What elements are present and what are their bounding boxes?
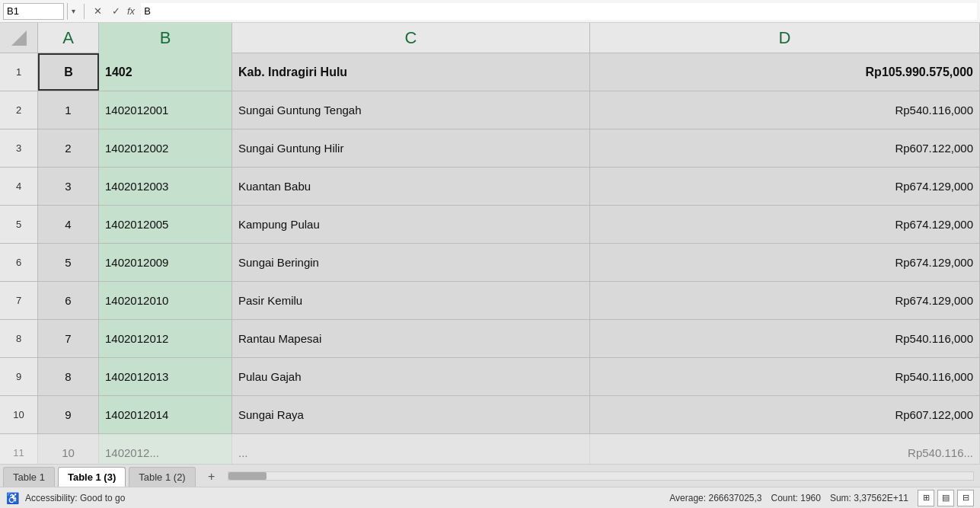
table-row: 6 5 1402012009 Sungai Beringin Rp674.129… <box>0 244 980 282</box>
column-headers: A B C D <box>0 23 980 53</box>
cell-b[interactable]: 1402012012 <box>99 320 232 357</box>
cell-a[interactable]: 1 <box>38 91 99 129</box>
table-row: 1 B 1402 Kab. Indragiri Hulu Rp105.990.5… <box>0 53 980 91</box>
spreadsheet: A B C D 1 B 1402 Kab. Indragiri Hulu <box>0 23 980 464</box>
cell-b[interactable]: 1402012001 <box>99 91 232 129</box>
col-header-a[interactable]: A <box>38 23 99 53</box>
table-row: 5 4 1402012005 Kampung Pulau Rp674.129,0… <box>0 206 980 244</box>
table-row: 3 2 1402012002 Sungai Guntung Hilir Rp60… <box>0 129 980 168</box>
sheet-tab-1[interactable]: Table 1 <box>3 467 55 487</box>
cell-a1[interactable]: B <box>38 53 99 91</box>
cell-b[interactable]: 1402012013 <box>99 358 232 395</box>
cell-d[interactable]: Rp540.116... <box>590 434 980 464</box>
cell-a[interactable]: 8 <box>38 358 99 395</box>
cell-c[interactable]: Sungai Raya <box>232 396 590 433</box>
cell-d[interactable]: Rp607.122,000 <box>590 129 980 167</box>
name-box[interactable]: B1 <box>3 3 64 20</box>
cell-a[interactable]: 9 <box>38 396 99 433</box>
cell-d[interactable]: Rp540.116,000 <box>590 358 980 395</box>
cell-c[interactable]: Kuantan Babu <box>232 168 590 205</box>
cell-a[interactable]: 7 <box>38 320 99 357</box>
status-bar: ♿ Accessibility: Good to go Average: 266… <box>0 487 980 508</box>
row-number: 11 <box>0 434 38 464</box>
cancel-icon[interactable]: ✕ <box>89 3 106 20</box>
table-row: 11 10 1402012... ... Rp540.116... <box>0 434 980 464</box>
cell-c[interactable]: Sungai Guntung Hilir <box>232 129 590 167</box>
row-number: 3 <box>0 129 38 167</box>
name-box-value: B1 <box>7 5 19 17</box>
cell-d[interactable]: Rp674.129,000 <box>590 282 980 319</box>
formula-icons: ✕ ✓ <box>89 3 124 20</box>
sheet-tab-3[interactable]: Table 1 (2) <box>129 467 195 487</box>
cell-b[interactable]: 1402012003 <box>99 168 232 205</box>
scrollbar-thumb <box>228 472 267 480</box>
cell-b1[interactable]: 1402 <box>99 53 232 91</box>
cell-a[interactable]: 2 <box>38 129 99 167</box>
cell-a[interactable]: 6 <box>38 282 99 319</box>
cell-a[interactable]: 10 <box>38 434 99 464</box>
page-break-view-button[interactable]: ⊟ <box>957 490 974 506</box>
stats-info: Average: 266637025,3 Count: 1960 Sum: 3,… <box>669 493 908 503</box>
table-row: 8 7 1402012012 Rantau Mapesai Rp540.116,… <box>0 320 980 358</box>
row-number: 10 <box>0 396 38 433</box>
row-number: 7 <box>0 282 38 319</box>
row-number: 1 <box>0 53 38 91</box>
cell-d[interactable]: Rp540.116,000 <box>590 91 980 129</box>
cell-c[interactable]: Kampung Pulau <box>232 206 590 243</box>
cell-d1[interactable]: Rp105.990.575,000 <box>590 53 980 91</box>
table-row: 10 9 1402012014 Sungai Raya Rp607.122,00… <box>0 396 980 434</box>
data-area: 1 B 1402 Kab. Indragiri Hulu Rp105.990.5… <box>0 53 980 464</box>
add-sheet-button[interactable]: + <box>202 467 222 487</box>
table-row: 2 1 1402012001 Sungai Guntung Tengah Rp5… <box>0 91 980 129</box>
cell-b[interactable]: 1402012014 <box>99 396 232 433</box>
formula-input[interactable] <box>141 3 977 20</box>
cell-c[interactable]: ... <box>232 434 590 464</box>
sum-stat: Sum: 3,37562E+11 <box>830 493 908 503</box>
cell-b[interactable]: 1402012005 <box>99 206 232 243</box>
cell-a[interactable]: 3 <box>38 168 99 205</box>
average-stat: Average: 266637025,3 <box>669 493 761 503</box>
horizontal-scrollbar[interactable] <box>228 471 974 481</box>
corner-cell <box>0 23 38 53</box>
cell-c[interactable]: Sungai Guntung Tengah <box>232 91 590 129</box>
col-header-b[interactable]: B <box>99 23 232 53</box>
cell-b[interactable]: 1402012002 <box>99 129 232 167</box>
separator <box>84 4 85 19</box>
cell-a[interactable]: 4 <box>38 206 99 243</box>
col-header-c[interactable]: C <box>232 23 590 53</box>
cell-c[interactable]: Sungai Beringin <box>232 244 590 281</box>
cell-d[interactable]: Rp674.129,000 <box>590 244 980 281</box>
row-number: 4 <box>0 168 38 205</box>
table-row: 7 6 1402012010 Pasir Kemilu Rp674.129,00… <box>0 282 980 320</box>
fx-label: fx <box>127 5 135 17</box>
cell-c[interactable]: Pulau Gajah <box>232 358 590 395</box>
row-number: 8 <box>0 320 38 357</box>
table-row: 4 3 1402012003 Kuantan Babu Rp674.129,00… <box>0 168 980 206</box>
cell-b[interactable]: 1402012010 <box>99 282 232 319</box>
cell-c[interactable]: Pasir Kemilu <box>232 282 590 319</box>
status-right: Average: 266637025,3 Count: 1960 Sum: 3,… <box>669 490 974 506</box>
cell-d[interactable]: Rp674.129,000 <box>590 206 980 243</box>
sheet-tabs-bar: Table 1 Table 1 (3) Table 1 (2) + <box>0 464 980 487</box>
confirm-icon[interactable]: ✓ <box>107 3 124 20</box>
count-stat: Count: 1960 <box>771 493 821 503</box>
sheet-tabs: Table 1 Table 1 (3) Table 1 (2) + <box>3 465 222 487</box>
cell-d[interactable]: Rp607.122,000 <box>590 396 980 433</box>
cell-b[interactable]: 1402012... <box>99 434 232 464</box>
cell-d[interactable]: Rp540.116,000 <box>590 320 980 357</box>
name-box-dropdown[interactable]: ▾ <box>67 3 79 20</box>
normal-view-button[interactable]: ⊞ <box>918 490 934 506</box>
col-header-d[interactable]: D <box>590 23 980 53</box>
cell-c1[interactable]: Kab. Indragiri Hulu <box>232 53 590 91</box>
row-number: 6 <box>0 244 38 281</box>
accessibility-label: Accessibility: Good to go <box>25 493 125 503</box>
cell-a[interactable]: 5 <box>38 244 99 281</box>
cell-b[interactable]: 1402012009 <box>99 244 232 281</box>
view-icons: ⊞ ▤ ⊟ <box>918 490 974 506</box>
corner-triangle <box>11 30 27 46</box>
cell-d[interactable]: Rp674.129,000 <box>590 168 980 205</box>
cell-c[interactable]: Rantau Mapesai <box>232 320 590 357</box>
sheet-tab-2[interactable]: Table 1 (3) <box>58 467 126 487</box>
row-number: 2 <box>0 91 38 129</box>
page-layout-view-button[interactable]: ▤ <box>937 490 954 506</box>
